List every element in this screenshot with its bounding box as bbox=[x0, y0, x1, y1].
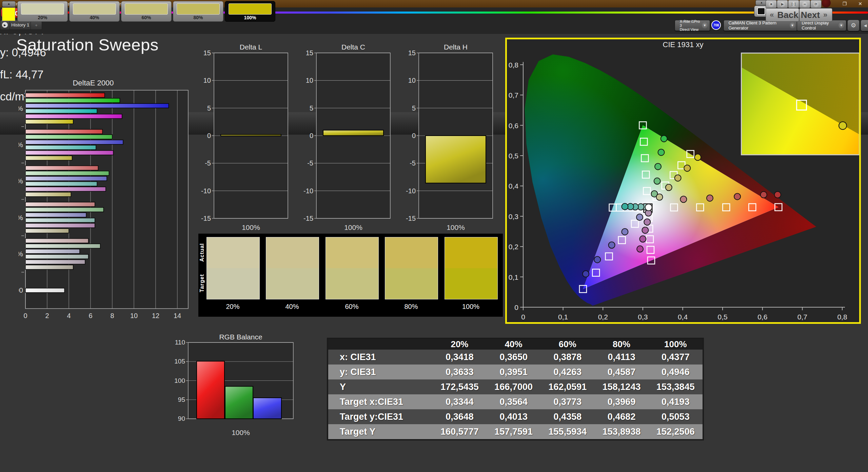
pattern-level-button-80%[interactable]: 80% bbox=[173, 1, 223, 22]
svg-text:-5: -5 bbox=[205, 159, 211, 167]
svg-text:0,2: 0,2 bbox=[509, 243, 518, 251]
cie-measured-point bbox=[675, 175, 681, 181]
cie-zoom-inset bbox=[741, 53, 860, 155]
svg-text:15: 15 bbox=[408, 49, 416, 57]
svg-text:12: 12 bbox=[152, 312, 159, 319]
back-button[interactable]: « Back bbox=[766, 8, 799, 22]
deltae-bar bbox=[25, 109, 97, 113]
play-button[interactable]: ▶ bbox=[777, 0, 788, 8]
deltae-bar bbox=[25, 223, 95, 228]
cie-measured-point bbox=[655, 163, 661, 170]
table-row: y: CIE310,36330,39510,42630,45870,4946 bbox=[328, 365, 703, 379]
play-icon: ▶ bbox=[2, 22, 8, 28]
inset-measured-point bbox=[839, 121, 847, 130]
table-cell: 0,3344 bbox=[433, 394, 487, 409]
table-cell: 0,4682 bbox=[595, 409, 649, 424]
table-cell: 0,4946 bbox=[649, 365, 703, 379]
svg-text:100%: 100% bbox=[242, 223, 260, 231]
table-cell: 0,3650 bbox=[487, 350, 540, 365]
svg-text:RGB Balance: RGB Balance bbox=[219, 334, 262, 341]
cie-measured-point bbox=[707, 195, 713, 201]
table-cell: 155,5934 bbox=[540, 424, 594, 439]
display-control-label: Direct Display Control bbox=[802, 20, 839, 31]
table-column-header: 60% bbox=[540, 339, 594, 350]
close-icon[interactable]: ✕ bbox=[855, 0, 865, 7]
settings-button[interactable]: ⚙ bbox=[847, 20, 860, 31]
delta-c-chart: Delta C151050-5-10-15100% bbox=[301, 43, 392, 237]
svg-text:0: 0 bbox=[514, 303, 518, 311]
delta-bar bbox=[426, 136, 486, 183]
cie-measured-point bbox=[639, 236, 646, 242]
pattern-level-button-40%[interactable]: 40% bbox=[69, 1, 120, 22]
svg-text:10: 10 bbox=[408, 77, 416, 84]
svg-text:-5: -5 bbox=[307, 159, 313, 167]
tab-scroll-button[interactable]: ▶ bbox=[0, 20, 10, 30]
svg-text:10: 10 bbox=[306, 77, 313, 84]
badge-value: 708 bbox=[713, 23, 719, 27]
cie-measured-point bbox=[654, 178, 660, 184]
stop-button[interactable]: ■ bbox=[766, 0, 777, 8]
deltae-bar bbox=[25, 114, 122, 119]
collapse-panel-button[interactable]: ◀ bbox=[861, 20, 868, 31]
pattern-level-button-100%[interactable]: 100% bbox=[225, 1, 275, 22]
pattern-level-button-20%[interactable]: 20% bbox=[17, 1, 68, 22]
table-column-header: 100% bbox=[649, 339, 703, 350]
chevrons-left-icon: « bbox=[770, 11, 774, 19]
delta-h-chart: Delta H151050-5-10-15100% bbox=[403, 43, 494, 237]
pattern-window-badge[interactable]: 708 bbox=[711, 20, 721, 30]
svg-text:0,1: 0,1 bbox=[509, 273, 518, 281]
refresh-button[interactable]: ⟳ bbox=[810, 0, 822, 8]
svg-text:14: 14 bbox=[174, 312, 181, 319]
next-button[interactable]: Next » bbox=[799, 8, 832, 22]
svg-text:0,3: 0,3 bbox=[638, 313, 648, 321]
svg-text:100%: 100% bbox=[232, 429, 250, 436]
cie-measured-point bbox=[644, 219, 650, 225]
table-cell: 157,7591 bbox=[487, 424, 540, 439]
table-row-label: Target Y bbox=[328, 424, 433, 439]
actual-swatch bbox=[326, 237, 378, 268]
deltae-bar bbox=[25, 218, 95, 222]
svg-text:40%: 40% bbox=[19, 214, 23, 221]
meter-status-stripe bbox=[676, 21, 678, 29]
pattern-level-button-60%[interactable]: 60% bbox=[121, 1, 172, 22]
add-tab-button[interactable]: + bbox=[31, 21, 42, 30]
table-row: Y172,5435166,7000162,0591158,1243153,384… bbox=[328, 379, 703, 394]
table-cell: 0,3773 bbox=[540, 394, 594, 409]
svg-text:-15: -15 bbox=[201, 215, 211, 222]
meter-dropdown[interactable]: X-Rite i1Pro 3 Direct View ▼ bbox=[675, 20, 710, 31]
table-column-header bbox=[328, 339, 433, 350]
pattern-bar-expand-button[interactable]: ▲ bbox=[2, 1, 16, 7]
cie-measured-point bbox=[637, 246, 643, 252]
deltae-bar bbox=[25, 260, 85, 264]
svg-text:0,2: 0,2 bbox=[598, 313, 608, 321]
svg-text:0,6: 0,6 bbox=[757, 313, 767, 321]
svg-text:5: 5 bbox=[310, 104, 313, 112]
svg-text:80%: 80% bbox=[19, 141, 23, 149]
restore-icon[interactable]: ❐ bbox=[840, 0, 850, 7]
deltae-bar bbox=[25, 208, 103, 212]
svg-text:-10: -10 bbox=[201, 187, 211, 195]
svg-text:-15: -15 bbox=[406, 215, 416, 222]
continuous-button[interactable]: ∞ bbox=[799, 0, 810, 8]
table-cell: 153,8938 bbox=[595, 424, 649, 439]
measurement-table: 20%40%60%80%100% x: CIE310,34180,36500,3… bbox=[328, 339, 703, 439]
actual-swatch bbox=[385, 237, 438, 268]
continuous-icon: ∞ bbox=[802, 1, 808, 7]
swatch-level-label: 100% bbox=[445, 303, 497, 311]
deltae-bar bbox=[25, 171, 109, 175]
actual-target-swatch-panel: ActualTarget20%40%60%80%100% bbox=[198, 234, 503, 317]
swatch-level-label: 60% bbox=[326, 303, 378, 311]
cie-measured-point bbox=[774, 192, 781, 198]
chevron-down-icon: ▼ bbox=[702, 22, 708, 28]
svg-text:100: 100 bbox=[19, 286, 23, 294]
svg-text:0: 0 bbox=[521, 313, 525, 321]
svg-text:95: 95 bbox=[178, 396, 185, 403]
deltae-bar bbox=[25, 130, 102, 134]
deltae-bar bbox=[25, 192, 71, 197]
pattern-level-label: 100% bbox=[225, 15, 275, 20]
pattern-window-button[interactable]: [··] bbox=[788, 0, 799, 8]
target-swatch bbox=[207, 268, 259, 299]
svg-text:0,3: 0,3 bbox=[509, 213, 518, 220]
chevrons-right-icon: » bbox=[823, 11, 827, 19]
pattern-swatch bbox=[229, 3, 272, 15]
